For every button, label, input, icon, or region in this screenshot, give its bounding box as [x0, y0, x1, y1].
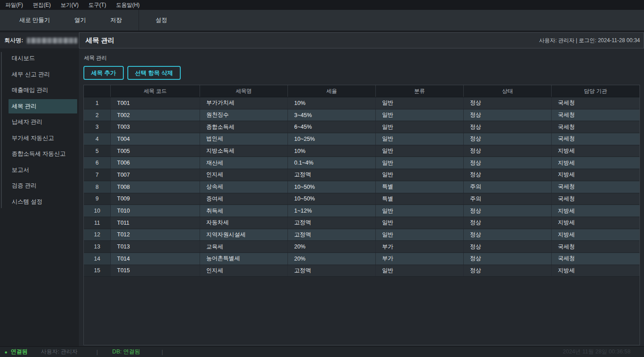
- cell-rownum: 9: [84, 193, 111, 205]
- cell-rate: 6~45%: [288, 121, 376, 133]
- toolbar-separator: [139, 10, 139, 30]
- cell-name: 인지세: [200, 169, 288, 181]
- settings-button[interactable]: 설정: [144, 10, 179, 30]
- table-row[interactable]: 14 T014 농어촌특별세 20% 부가 정상 국세청: [84, 253, 640, 265]
- menu-item[interactable]: 편집(E): [28, 0, 56, 10]
- cell-category: 일반: [376, 229, 464, 241]
- cell-category: 부가: [376, 253, 464, 265]
- menu-item[interactable]: 보기(V): [56, 0, 83, 10]
- cell-agency: 지방세: [552, 145, 640, 157]
- table-header-row: 세목 코드 세목명 세율 분류 상태 담당 기관: [84, 85, 640, 97]
- sidebar-item[interactable]: 검증 관리: [9, 178, 77, 193]
- cell-category: 부가: [376, 241, 464, 253]
- table-row[interactable]: 2 T002 원천징수 3~45% 일반 정상 국세청: [84, 109, 640, 122]
- menu-item[interactable]: 도구(T): [83, 0, 111, 10]
- cell-agency: 국세청: [552, 97, 640, 109]
- menu-item[interactable]: 파일(F): [0, 0, 28, 10]
- sidebar-item[interactable]: 매출매입 관리: [9, 83, 77, 97]
- cell-rownum: 15: [84, 265, 111, 277]
- cell-rownum: 12: [84, 229, 111, 241]
- cell-rate: 3~45%: [288, 109, 376, 121]
- cell-code: T009: [111, 193, 200, 205]
- cell-rownum: 8: [84, 181, 111, 193]
- cell-code: T005: [111, 145, 200, 157]
- delete-selected-button[interactable]: 선택 항목 삭제: [127, 66, 181, 80]
- toolbar-button[interactable]: 열기: [62, 10, 98, 30]
- cell-code: T013: [111, 241, 200, 253]
- toolbar-button[interactable]: 새로 만들기: [7, 10, 62, 30]
- cell-rate: 10~50%: [288, 181, 376, 193]
- toolbar-button[interactable]: 저장: [98, 10, 134, 30]
- cell-name: 교육세: [200, 241, 288, 253]
- cell-rownum: 4: [84, 133, 111, 145]
- table-row[interactable]: 13 T013 교육세 20% 부가 정상 국세청: [84, 241, 640, 253]
- cell-rate: 1~12%: [288, 205, 376, 217]
- db-connection-status: DB: 연결됨: [112, 348, 140, 356]
- cell-name: 상속세: [200, 181, 288, 193]
- sidebar-item[interactable]: 세무 신고 관리: [9, 67, 77, 82]
- cell-rownum: 2: [84, 109, 111, 121]
- table-row[interactable]: 8 T008 상속세 10~50% 특별 주의 국세청: [84, 181, 640, 193]
- table-row[interactable]: 10 T010 취득세 1~12% 일반 정상 지방세: [84, 205, 640, 217]
- statusbar-clock: 2024년 11월 28일 00:36:58: [563, 348, 640, 356]
- cell-rownum: 13: [84, 241, 111, 253]
- table-row[interactable]: 5 T005 지방소득세 10% 일반 정상 지방세: [84, 145, 640, 157]
- cell-rownum: 7: [84, 169, 111, 181]
- column-header[interactable]: 세목 코드: [111, 85, 200, 97]
- sidebar-item[interactable]: 납세자 관리: [9, 115, 77, 129]
- table-row[interactable]: 6 T006 재산세 0.1~4% 일반 정상 지방세: [84, 157, 640, 169]
- column-header[interactable]: 세목명: [200, 85, 288, 97]
- cell-status: 주의: [464, 193, 552, 205]
- cell-rownum: 6: [84, 157, 111, 169]
- cell-status: 정상: [464, 265, 552, 277]
- cell-rownum: 1: [84, 97, 111, 109]
- table-row[interactable]: 4 T004 법인세 10~25% 일반 정상 국세청: [84, 133, 640, 145]
- toolbar: 새로 만들기열기저장 설정: [0, 10, 644, 30]
- sidebar-item[interactable]: 보고서: [9, 163, 77, 177]
- section-label: 세목 관리: [84, 54, 640, 62]
- cell-category: 일반: [376, 145, 464, 157]
- sidebar-item[interactable]: 종합소득세 자동신고: [9, 147, 77, 161]
- sidebar-item[interactable]: 시스템 설정: [9, 195, 77, 209]
- header: 회사명: 세목 관리 사용자: 관리자 | 로그인: 2024-11-28 00…: [0, 32, 644, 48]
- cell-name: 지방소득세: [200, 145, 288, 157]
- table-row[interactable]: 12 T012 지역자원시설세 고정액 일반 정상 지방세: [84, 229, 640, 241]
- cell-code: T001: [111, 97, 200, 109]
- sidebar-item[interactable]: 부가세 자동신고: [9, 131, 77, 145]
- cell-name: 법인세: [200, 133, 288, 145]
- cell-code: T004: [111, 133, 200, 145]
- cell-agency: 국세청: [552, 133, 640, 145]
- table-row[interactable]: 3 T003 종합소득세 6~45% 일반 정상 국세청: [84, 121, 640, 133]
- column-header[interactable]: 세율: [288, 85, 376, 97]
- cell-rate: 20%: [288, 253, 376, 265]
- cell-status: 정상: [464, 229, 552, 241]
- cell-agency: 국세청: [552, 181, 640, 193]
- cell-agency: 지방세: [552, 265, 640, 277]
- column-header[interactable]: 담당 기관: [552, 85, 640, 97]
- table-row[interactable]: 1 T001 부가가치세 10% 일반 정상 국세청: [84, 97, 640, 109]
- cell-code: T008: [111, 181, 200, 193]
- add-tax-item-button[interactable]: 세목 추가: [83, 66, 124, 80]
- connection-dot-icon: ●: [4, 349, 8, 355]
- cell-agency: 지방세: [552, 169, 640, 181]
- table-row[interactable]: 9 T009 증여세 10~50% 특별 주의 국세청: [84, 193, 640, 205]
- cell-rownum: 14: [84, 253, 111, 265]
- cell-agency: 지방세: [552, 229, 640, 241]
- cell-category: 일반: [376, 121, 464, 133]
- column-header[interactable]: 분류: [376, 85, 464, 97]
- cell-agency: 국세청: [552, 109, 640, 121]
- table-row[interactable]: 7 T007 인지세 고정액 일반 정상 지방세: [84, 169, 640, 181]
- cell-category: 일반: [376, 97, 464, 109]
- cell-rate: 고정액: [288, 217, 376, 229]
- column-header[interactable]: 상태: [464, 85, 552, 97]
- sidebar-item[interactable]: 대시보드: [9, 51, 77, 65]
- cell-rate: 20%: [288, 241, 376, 253]
- cell-agency: 국세청: [552, 121, 640, 133]
- table-row[interactable]: 11 T011 자동차세 고정액 일반 정상 지방세: [84, 217, 640, 229]
- table-row[interactable]: 15 T015 인지세 고정액 일반 정상 지방세: [84, 265, 640, 277]
- sidebar-item[interactable]: 세목 관리: [9, 99, 77, 113]
- cell-rate: 10%: [288, 145, 376, 157]
- cell-rownum: 3: [84, 121, 111, 133]
- menu-item[interactable]: 도움말(H): [111, 0, 145, 10]
- cell-status: 정상: [464, 253, 552, 265]
